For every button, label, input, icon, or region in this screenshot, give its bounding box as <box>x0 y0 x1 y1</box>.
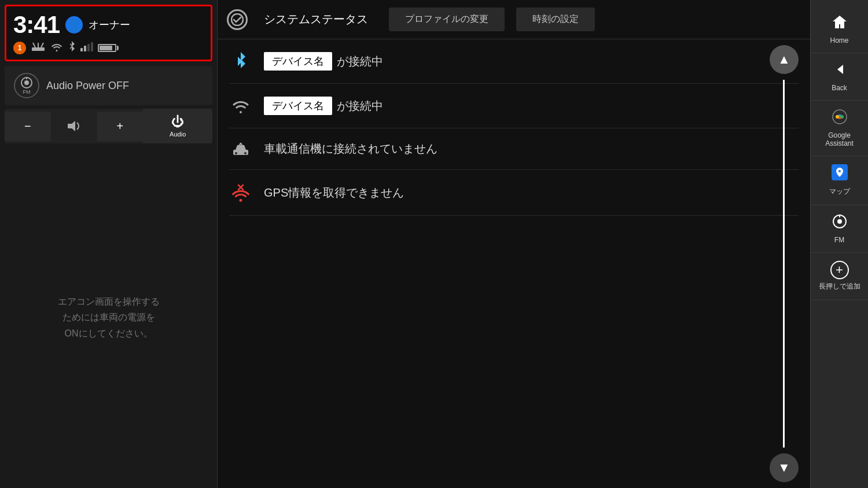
volume-down-button[interactable]: − <box>5 112 51 141</box>
wifi-status-suffix: が接続中 <box>337 98 383 114</box>
speaker-icon <box>51 112 97 140</box>
wifi-status-item: デバイス名 が接続中 <box>229 84 799 128</box>
gps-status-item: GPS情報を取得できません <box>229 170 799 216</box>
svg-rect-7 <box>91 42 93 51</box>
bluetooth-status-suffix: が接続中 <box>337 54 383 69</box>
tab-system-status[interactable]: システムステータス <box>255 7 377 32</box>
svg-rect-0 <box>32 47 45 51</box>
wifi-device-name: デバイス名 <box>264 97 332 115</box>
status-list: デバイス名 が接続中 デバイス名 が接続中 <box>218 39 810 488</box>
battery-icon <box>98 44 119 52</box>
header-bar: 3:41 👤 オーナー 1 <box>5 5 212 61</box>
svg-rect-6 <box>87 44 90 51</box>
right-sidebar: Home Back GoogleAssistant <box>810 0 868 488</box>
tab-time-setting[interactable]: 時刻の設定 <box>516 8 595 31</box>
car-comms-text: 車載通信機に接続されていません <box>264 141 437 157</box>
audio-section: FM Audio Power OFF <box>5 66 212 105</box>
user-name: オーナー <box>89 18 130 32</box>
wifi-icon <box>50 42 63 54</box>
svg-point-14 <box>235 152 237 154</box>
fm-audio-button[interactable]: FM <box>14 73 39 98</box>
notification-badge: 1 <box>13 42 26 54</box>
bluetooth-status-icon <box>229 52 252 71</box>
car-comms-status-item: 車載通信機に接続されていません <box>229 128 799 170</box>
scroll-down-button[interactable]: ▼ <box>770 453 799 482</box>
add-label: 長押しで追加 <box>819 282 860 291</box>
svg-point-9 <box>24 80 29 85</box>
tab-profile-change[interactable]: プロファイルの変更 <box>389 8 505 31</box>
wifi-status-icon <box>229 98 252 113</box>
svg-point-23 <box>840 115 844 119</box>
time-user-row: 3:41 👤 オーナー <box>13 11 204 39</box>
car-antenna-icon <box>31 42 46 54</box>
svg-line-3 <box>41 43 43 47</box>
svg-marker-11 <box>68 121 75 131</box>
add-icon: + <box>830 261 849 279</box>
wifi-status-text: デバイス名 が接続中 <box>264 97 383 115</box>
ac-text: エアコン画面を操作するためには車両の電源をONにしてください。 <box>58 294 160 341</box>
back-icon <box>832 61 848 82</box>
scroll-up-button[interactable]: ▲ <box>770 45 799 74</box>
car-comms-icon <box>229 142 252 157</box>
volume-controls: − + ⏻ Audio <box>5 109 212 143</box>
bluetooth-status-text: デバイス名 が接続中 <box>264 52 383 71</box>
bluetooth-icon <box>68 41 76 55</box>
svg-point-15 <box>244 152 247 154</box>
signal-bars-icon <box>80 42 93 54</box>
audio-power-button[interactable]: ⏻ Audio <box>143 109 212 143</box>
back-label: Back <box>832 84 847 92</box>
map-icon <box>832 164 848 184</box>
sidebar-item-home[interactable]: Home <box>811 6 868 53</box>
svg-rect-5 <box>84 46 86 51</box>
user-icon: 👤 <box>65 16 83 34</box>
main-content: システムステータス プロファイルの変更 時刻の設定 デバイス名 が接続中 <box>217 0 810 488</box>
gps-text: GPS情報を取得できません <box>264 185 404 201</box>
check-icon <box>227 9 248 30</box>
status-icons-row: 1 <box>13 41 204 55</box>
assistant-label: GoogleAssistant <box>825 131 854 147</box>
sidebar-item-fm[interactable]: FM <box>811 205 868 253</box>
scroll-indicator <box>783 80 785 448</box>
power-icon: ⏻ <box>171 114 184 130</box>
fm-icon <box>832 213 848 234</box>
svg-point-26 <box>837 219 842 224</box>
svg-point-22 <box>836 115 839 119</box>
audio-power-text: Audio Power OFF <box>46 80 129 92</box>
volume-up-button[interactable]: + <box>97 112 144 141</box>
sidebar-item-add[interactable]: + 長押しで追加 <box>811 253 868 300</box>
sidebar-item-map[interactable]: マップ <box>811 156 868 205</box>
svg-line-1 <box>33 43 35 47</box>
fm-label: FM <box>23 89 31 95</box>
gps-icon <box>229 183 252 202</box>
top-nav: システムステータス プロファイルの変更 時刻の設定 <box>218 0 810 39</box>
home-label: Home <box>830 36 848 45</box>
sidebar-item-assistant[interactable]: GoogleAssistant <box>811 101 868 156</box>
map-label: マップ <box>829 187 850 197</box>
bluetooth-status-item: デバイス名 が接続中 <box>229 39 799 84</box>
time-display: 3:41 <box>13 11 60 39</box>
audio-power-button-label: Audio <box>170 131 186 138</box>
left-panel: 3:41 👤 オーナー 1 <box>0 0 217 488</box>
fm-label: FM <box>834 236 844 244</box>
ac-section: エアコン画面を操作するためには車両の電源をONにしてください。 <box>0 147 217 488</box>
svg-rect-4 <box>80 48 83 51</box>
assistant-icon <box>832 109 848 129</box>
sidebar-item-back[interactable]: Back <box>811 53 868 101</box>
bluetooth-device-name: デバイス名 <box>264 52 332 71</box>
home-icon <box>832 14 848 34</box>
